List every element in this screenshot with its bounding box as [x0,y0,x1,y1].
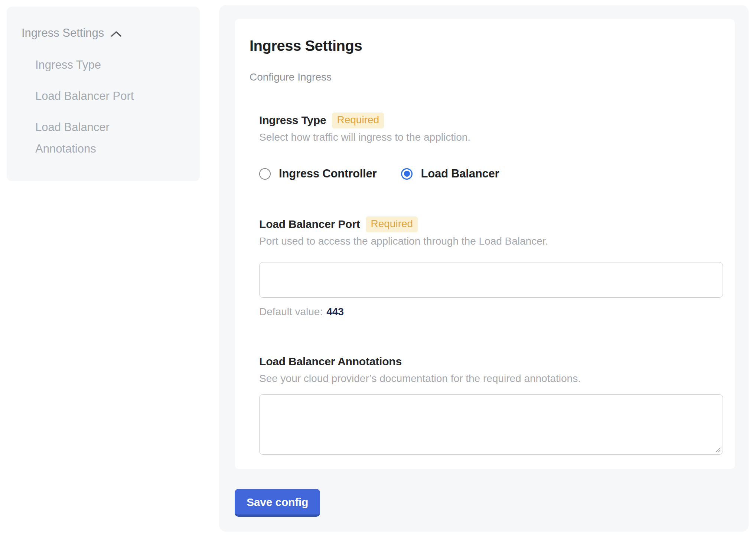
sidebar-item-ingress-type[interactable]: Ingress Type [35,54,154,76]
radio-label-load-balancer[interactable]: Load Balancer [421,167,499,180]
radio-option-load-balancer[interactable]: Load Balancer [401,167,499,180]
settings-card: Ingress Settings Configure Ingress Ingre… [235,19,735,469]
load-balancer-port-label: Load Balancer Port [259,218,360,231]
resize-handle-icon[interactable] [715,447,721,453]
section-ingress-type: Ingress Type Required Select how traffic… [259,112,720,180]
ingress-type-label: Ingress Type [259,114,326,127]
section-load-balancer-annotations: Load Balancer Annotations See your cloud… [259,353,720,455]
radio-option-ingress-controller[interactable]: Ingress Controller [259,167,377,180]
default-value: 443 [326,306,344,317]
load-balancer-port-input[interactable] [259,262,723,298]
load-balancer-port-label-row: Load Balancer Port Required [259,216,720,232]
radio-group-ingress-type: Ingress Controller Load Balancer [259,167,720,180]
required-badge: Required [332,112,384,128]
load-balancer-annotations-label-row: Load Balancer Annotations [259,353,720,370]
radio-label-ingress-controller[interactable]: Ingress Controller [279,167,377,180]
page-title: Ingress Settings [250,37,720,54]
sidebar-nav: Ingress Type Load Balancer Port Load Bal… [22,54,189,160]
required-badge: Required [366,216,418,232]
default-value-line: Default value:443 [259,306,720,318]
sidebar-header-label: Ingress Settings [22,26,104,40]
load-balancer-annotations-textarea[interactable] [259,394,723,455]
page-subtitle: Configure Ingress [250,71,720,83]
save-config-button[interactable]: Save config [235,489,320,517]
load-balancer-port-description: Port used to access the application thro… [259,235,720,247]
sidebar-item-load-balancer-port[interactable]: Load Balancer Port [35,85,154,107]
settings-panel: Ingress Settings Configure Ingress Ingre… [219,5,749,532]
sidebar-header[interactable]: Ingress Settings [22,26,189,40]
sidebar: Ingress Settings Ingress Type Load Balan… [7,7,200,181]
ingress-type-label-row: Ingress Type Required [259,112,720,128]
radio-load-balancer[interactable] [401,168,413,180]
radio-ingress-controller[interactable] [259,168,271,180]
chevron-up-icon [111,30,122,37]
load-balancer-annotations-label: Load Balancer Annotations [259,355,402,368]
section-load-balancer-port: Load Balancer Port Required Port used to… [259,216,720,318]
load-balancer-annotations-field [259,394,723,455]
default-value-label: Default value: [259,306,323,317]
load-balancer-annotations-description: See your cloud provider’s documentation … [259,373,720,385]
ingress-type-description: Select how traffic will ingress to the a… [259,131,720,143]
sidebar-item-load-balancer-annotations[interactable]: Load Balancer Annotations [35,117,154,160]
